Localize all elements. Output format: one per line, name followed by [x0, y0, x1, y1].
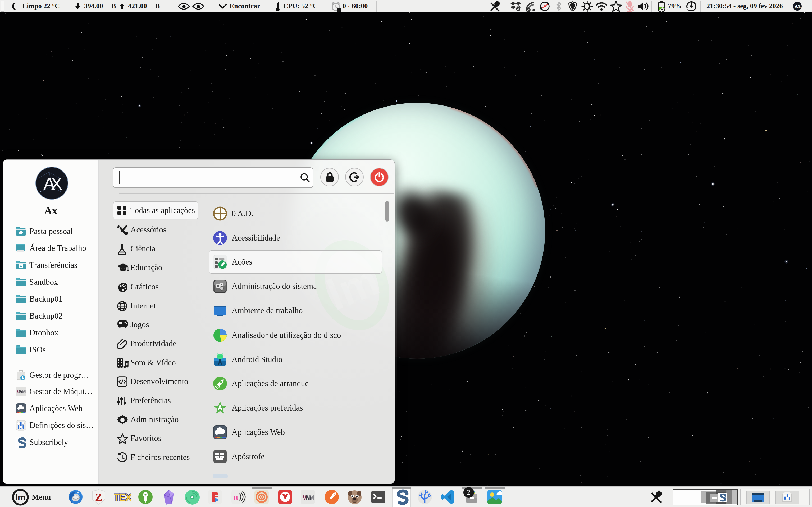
svg-text:lm: lm: [15, 492, 26, 502]
svg-text:A: A: [218, 404, 223, 412]
svg-text:M: M: [22, 389, 26, 394]
svg-text:Z: Z: [95, 491, 102, 503]
svg-text:X: X: [51, 174, 62, 193]
svg-text:M: M: [309, 493, 315, 501]
svg-text:π: π: [233, 493, 239, 501]
svg-text:TEX: TEX: [114, 492, 131, 503]
